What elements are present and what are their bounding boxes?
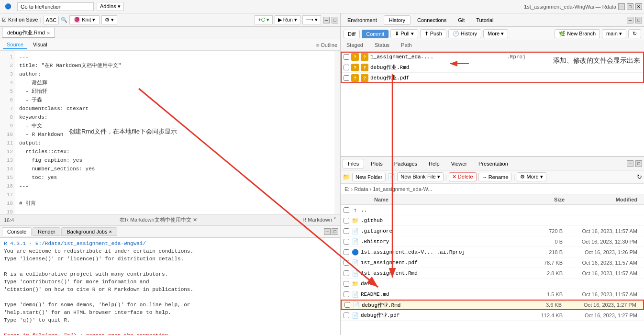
outline-btn[interactable]: ≡ Outline: [316, 42, 337, 48]
file-check-data[interactable]: [344, 281, 349, 287]
file-row-rproj[interactable]: 🔵 1st_assignment_eda-V... .ai.Rproj 218 …: [341, 247, 644, 257]
go-to-function[interactable]: Go to file/function: [17, 2, 94, 11]
file-row-debug-rmd[interactable]: 📄 debug作业.Rmd 3.6 KB Oct 16, 2023, 1:27 …: [341, 300, 644, 310]
doc-icon: 📄: [351, 227, 359, 235]
git-check-rmd[interactable]: [344, 65, 349, 70]
file-row-1stpdf[interactable]: 📄 1st_assignment.pdf 78.7 KB Oct 16, 202…: [341, 257, 644, 268]
files-max[interactable]: □: [635, 160, 642, 167]
commit-btn[interactable]: Commit: [362, 30, 389, 38]
path-subtab[interactable]: Path: [395, 41, 418, 51]
file-row-readme[interactable]: 📄 README.md 1.5 KB Oct 16, 2023, 11:57 A…: [341, 289, 644, 300]
knit-on-save-check[interactable]: ☑ Knit on Save: [2, 17, 38, 23]
settings-btn[interactable]: ⚙ ▾: [101, 15, 117, 24]
files-tab[interactable]: Files: [343, 159, 364, 168]
history-tab[interactable]: History: [384, 15, 411, 25]
console-area[interactable]: R 4.3.1 · E:/Rdata/1st_assignment_eda-Wn…: [0, 238, 340, 335]
bottom-min[interactable]: ─: [324, 228, 331, 235]
files-min[interactable]: ─: [627, 160, 633, 167]
branch-select[interactable]: main ▾: [602, 29, 626, 38]
git-file-row-rmd[interactable]: ? ? debug作业.Rmd: [341, 62, 644, 73]
col-name: Name: [363, 197, 526, 202]
packages-tab[interactable]: Packages: [389, 159, 422, 168]
file-check-rproj-f[interactable]: [344, 249, 349, 255]
files-path: E: › Rdata › 1st_assignment_eda-W...: [341, 184, 644, 194]
file-check-gitignore[interactable]: [344, 228, 349, 234]
files-tabbar: Files Plots Packages Help Viewer Present…: [341, 157, 644, 170]
file-row-debug-pdf[interactable]: 📄 debug作业.pdf 112.4 KB Oct 16, 2023, 1:2…: [341, 310, 644, 321]
file-name-1strmd: 1st_assignment.Rmd: [361, 270, 522, 276]
panel-max[interactable]: □: [332, 17, 338, 23]
refresh-btn[interactable]: ↻: [628, 29, 641, 38]
env-tab[interactable]: Environment: [343, 16, 382, 24]
connections-tab[interactable]: Connections: [412, 16, 451, 24]
file-row-parent[interactable]: ↑ ..: [341, 205, 644, 215]
editor-tab-close[interactable]: ×: [47, 30, 50, 36]
rename-btn[interactable]: → Rename: [478, 173, 512, 181]
editor-tab-debug[interactable]: debug作业.Rmd ×: [2, 28, 55, 38]
file-check-1stpdf[interactable]: [344, 260, 349, 266]
editor-content[interactable]: --- title: "在R Markdown文档中使用中文" author: …: [15, 51, 334, 214]
git-badge-2a: ?: [351, 64, 359, 71]
run-btn[interactable]: ▶ Run ▾: [275, 15, 300, 24]
file-check-rhistory[interactable]: [344, 239, 349, 245]
render-tab[interactable]: Render: [33, 227, 60, 236]
help-tab[interactable]: Help: [424, 159, 444, 168]
file-row-data[interactable]: 📁 data: [341, 279, 644, 289]
file-check-1strmd[interactable]: [344, 270, 349, 276]
source-btn[interactable]: ⟶ ▾: [302, 15, 321, 24]
maximize-btn[interactable]: □: [627, 3, 633, 10]
editor-scrollbar[interactable]: [334, 51, 340, 214]
diff-btn[interactable]: Diff: [344, 30, 360, 38]
file-check-readme[interactable]: [344, 291, 349, 297]
file-name-data: data: [361, 281, 522, 287]
git-max[interactable]: □: [635, 17, 642, 23]
status-subtab[interactable]: Status: [369, 41, 395, 51]
console-tab[interactable]: Console: [2, 227, 32, 236]
git-filename-pdf: debug作业.pdf: [370, 74, 641, 81]
file-name-github: .github: [361, 218, 522, 223]
close-btn[interactable]: ✕: [635, 3, 642, 10]
file-check-github[interactable]: [344, 218, 349, 223]
git-check-pdf[interactable]: [344, 75, 349, 81]
git-check-rproj[interactable]: [344, 54, 349, 60]
spell-check-btn[interactable]: ABC: [44, 16, 59, 24]
more-files-btn[interactable]: ⚙ More ▾: [517, 172, 546, 181]
bottom-max[interactable]: □: [332, 228, 338, 235]
file-check-debug-rmd[interactable]: [344, 302, 350, 308]
visual-tab[interactable]: Visual: [29, 41, 51, 49]
git-file-row-rproj[interactable]: ? ? 1_assignment_eda-... .Rproj: [341, 52, 644, 62]
minimize-btn[interactable]: ─: [618, 3, 625, 10]
presentation-tab[interactable]: Presentation: [474, 159, 513, 168]
search-btn[interactable]: 🔍: [61, 17, 67, 23]
new-blank-file-btn[interactable]: New Blank File ▾: [397, 172, 443, 181]
git-tab[interactable]: Git: [453, 16, 469, 24]
git-file-row-pdf[interactable]: ? ? debug作业.pdf: [341, 73, 644, 83]
file-check-debug-pdf[interactable]: [344, 313, 349, 318]
file-row-github[interactable]: 📁 .github: [341, 215, 644, 226]
git-min[interactable]: ─: [627, 17, 633, 23]
new-branch-btn[interactable]: 🌿 New Branch: [555, 29, 600, 38]
pull-btn[interactable]: ⬇ Pull ▾: [390, 29, 418, 38]
file-check-parent[interactable]: [344, 207, 349, 213]
push-btn[interactable]: ⬆ Push: [420, 29, 446, 38]
sync-icon[interactable]: ↻: [637, 173, 642, 180]
add-chunk-btn[interactable]: +C ▾: [255, 15, 272, 24]
new-folder-btn[interactable]: New Folder: [352, 173, 386, 181]
panel-min[interactable]: ─: [323, 17, 330, 23]
file-row-gitignore[interactable]: 📄 .gitignore 720 B Oct 16, 2023, 11:57 A…: [341, 226, 644, 236]
addins-btn[interactable]: Addins ▾: [97, 2, 124, 11]
history-btn[interactable]: 🕐 History: [448, 29, 481, 38]
knit-btn[interactable]: 🧶 Knit ▾: [69, 15, 100, 24]
background-jobs-tab[interactable]: Background Jobs ×: [61, 227, 117, 236]
file-row-rhistory[interactable]: 📄 .Rhistory 0 B Oct 16, 2023, 12:30 PM: [341, 236, 644, 247]
file-row-1strmd[interactable]: 📄 1st_assignment.Rmd 2.8 KB Oct 16, 2023…: [341, 268, 644, 279]
viewer-tab[interactable]: Viewer: [446, 159, 472, 168]
plots-tab[interactable]: Plots: [366, 159, 387, 168]
top-bar-item[interactable]: 🔵: [2, 2, 14, 11]
tutorial-tab[interactable]: Tutorial: [471, 16, 498, 24]
file-type[interactable]: R Markdown ˅: [302, 217, 336, 223]
more-btn[interactable]: More ▾: [483, 29, 508, 38]
source-tab[interactable]: Source: [3, 41, 27, 49]
staged-subtab[interactable]: Staged: [341, 41, 369, 51]
delete-btn[interactable]: ✕ Delete: [449, 172, 477, 181]
